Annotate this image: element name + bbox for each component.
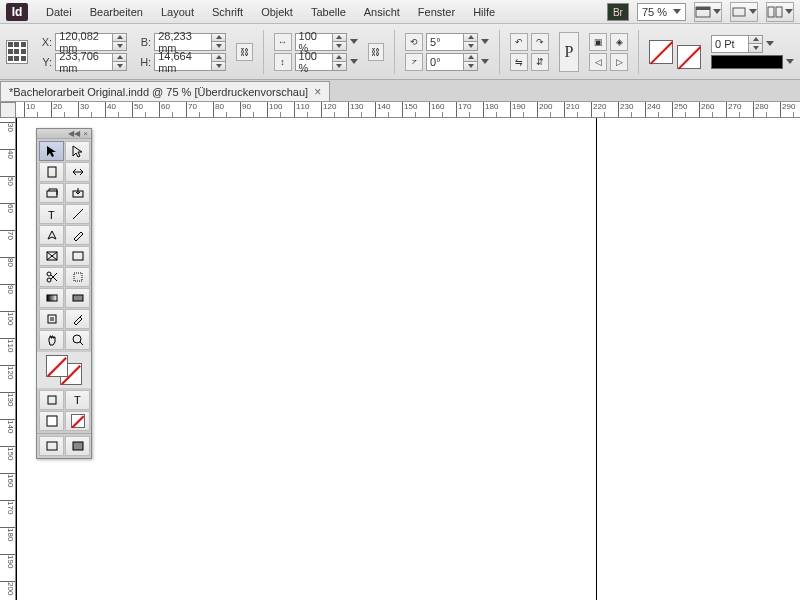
y-input[interactable]: 233,706 mm xyxy=(55,53,127,71)
line-tool[interactable] xyxy=(65,204,90,224)
zoom-tool[interactable] xyxy=(65,330,90,350)
menu-window[interactable]: Fenster xyxy=(410,3,463,21)
chevron-down-icon[interactable] xyxy=(481,39,489,44)
gradient-swatch-tool[interactable] xyxy=(39,288,64,308)
spinner[interactable] xyxy=(463,34,477,50)
zoom-value: 75 % xyxy=(642,6,667,18)
menu-object[interactable]: Objekt xyxy=(253,3,301,21)
svg-rect-26 xyxy=(48,396,56,404)
scale-x-icon: ↔ xyxy=(274,33,292,51)
spinner[interactable] xyxy=(211,34,225,50)
normal-view-icon[interactable] xyxy=(39,436,64,456)
constrain-proportions-icon[interactable]: ⛓ xyxy=(236,43,253,61)
document-tab[interactable]: *Bachelorarbeit Original.indd @ 75 % [Üb… xyxy=(0,81,330,101)
content-collector-tool[interactable] xyxy=(39,183,64,203)
formatting-container-icon[interactable] xyxy=(39,390,64,410)
menu-font[interactable]: Schrift xyxy=(204,3,251,21)
constrain-scale-icon[interactable]: ⛓ xyxy=(368,43,385,61)
pencil-tool[interactable] xyxy=(65,225,90,245)
menu-view[interactable]: Ansicht xyxy=(356,3,408,21)
arrange-button[interactable] xyxy=(766,2,794,22)
formatting-text-icon[interactable]: T xyxy=(65,390,90,410)
rectangle-frame-tool[interactable] xyxy=(39,246,64,266)
svg-rect-30 xyxy=(73,442,83,450)
chevron-down-icon[interactable] xyxy=(350,39,358,44)
page-tool[interactable] xyxy=(39,162,64,182)
svg-rect-18 xyxy=(74,273,82,281)
rotate-ccw-icon[interactable]: ↶ xyxy=(510,33,528,51)
apply-none-icon[interactable] xyxy=(65,411,90,431)
spinner[interactable] xyxy=(332,54,346,70)
spinner[interactable] xyxy=(332,34,346,50)
rotate-cw-icon[interactable]: ↷ xyxy=(531,33,549,51)
spinner[interactable] xyxy=(748,36,762,52)
canvas[interactable] xyxy=(16,118,800,600)
height-input[interactable]: 14,664 mm xyxy=(154,53,226,71)
scale-y-input[interactable]: 100 % xyxy=(295,53,347,71)
flip-h-icon[interactable]: ⇋ xyxy=(510,53,528,71)
reference-point-grid[interactable] xyxy=(6,40,28,64)
stroke-swatch[interactable] xyxy=(677,45,701,69)
svg-rect-5 xyxy=(48,167,56,177)
ruler-origin[interactable] xyxy=(0,102,16,118)
flip-v-icon[interactable]: ⇵ xyxy=(531,53,549,71)
chevron-down-icon[interactable] xyxy=(350,59,358,64)
tools-panel: ◀◀× T T xyxy=(36,128,92,459)
view-options-button[interactable] xyxy=(694,2,722,22)
collapse-icon[interactable]: ◀◀ xyxy=(68,129,80,138)
screen-mode-button[interactable] xyxy=(730,2,758,22)
chevron-down-icon xyxy=(673,9,681,14)
bridge-button[interactable]: Br xyxy=(607,3,629,21)
menu-file[interactable]: Datei xyxy=(38,3,80,21)
width-input[interactable]: 28,233 mm xyxy=(154,33,226,51)
svg-point-24 xyxy=(73,335,81,343)
horizontal-ruler[interactable]: 1020304050607080901001101201301401501601… xyxy=(16,102,800,118)
chevron-down-icon[interactable] xyxy=(481,59,489,64)
select-container-icon[interactable]: ▣ xyxy=(589,33,607,51)
shear-input[interactable]: 0° xyxy=(426,53,478,71)
svg-line-25 xyxy=(80,342,83,345)
direct-selection-tool[interactable] xyxy=(65,141,90,161)
rectangle-tool[interactable] xyxy=(65,246,90,266)
select-content-icon[interactable]: ◈ xyxy=(610,33,628,51)
zoom-select[interactable]: 75 % xyxy=(637,3,686,21)
spinner[interactable] xyxy=(112,34,126,50)
menu-table[interactable]: Tabelle xyxy=(303,3,354,21)
spinner[interactable] xyxy=(211,54,225,70)
close-tab-icon[interactable]: × xyxy=(314,85,321,99)
hand-tool[interactable] xyxy=(39,330,64,350)
type-tool[interactable]: T xyxy=(39,204,64,224)
menu-edit[interactable]: Bearbeiten xyxy=(82,3,151,21)
rotate-input[interactable]: 5° xyxy=(426,33,478,51)
menu-layout[interactable]: Layout xyxy=(153,3,202,21)
free-transform-tool[interactable] xyxy=(65,267,90,287)
content-placer-tool[interactable] xyxy=(65,183,90,203)
fill-color[interactable] xyxy=(46,355,68,377)
gradient-feather-tool[interactable] xyxy=(65,288,90,308)
select-next-icon[interactable]: ▷ xyxy=(610,53,628,71)
page-edge-left xyxy=(16,118,17,600)
scale-x-input[interactable]: 100 % xyxy=(295,33,347,51)
spinner[interactable] xyxy=(112,54,126,70)
preview-view-icon[interactable] xyxy=(65,436,90,456)
fill-swatch[interactable] xyxy=(649,40,673,64)
close-icon[interactable]: × xyxy=(83,129,88,138)
chevron-down-icon[interactable] xyxy=(786,59,794,64)
pen-tool[interactable] xyxy=(39,225,64,245)
eyedropper-tool[interactable] xyxy=(65,309,90,329)
note-tool[interactable] xyxy=(39,309,64,329)
stroke-weight-input[interactable]: 0 Pt xyxy=(711,35,763,53)
chevron-down-icon[interactable] xyxy=(766,41,774,46)
selection-tool[interactable] xyxy=(39,141,64,161)
x-input[interactable]: 120,082 mm xyxy=(55,33,127,51)
stroke-style-select[interactable] xyxy=(711,55,783,69)
select-prev-icon[interactable]: ◁ xyxy=(589,53,607,71)
svg-rect-2 xyxy=(733,8,745,16)
spinner[interactable] xyxy=(463,54,477,70)
menu-help[interactable]: Hilfe xyxy=(465,3,503,21)
vertical-ruler[interactable]: 3040506070809010011012013014015016017018… xyxy=(0,118,16,600)
apply-color-icon[interactable] xyxy=(39,411,64,431)
scissors-tool[interactable] xyxy=(39,267,64,287)
panel-header[interactable]: ◀◀× xyxy=(37,129,91,139)
gap-tool[interactable] xyxy=(65,162,90,182)
